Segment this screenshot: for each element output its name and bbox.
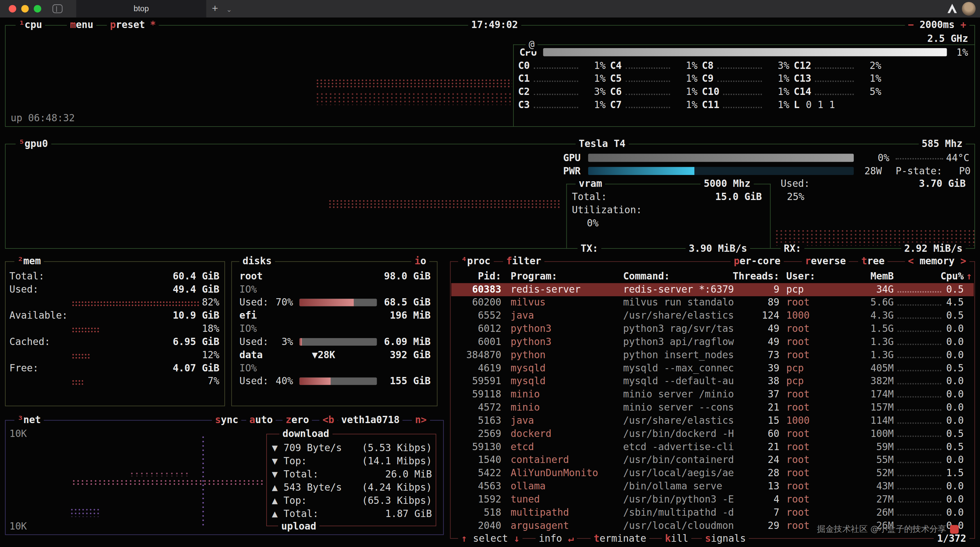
- process-row[interactable]: 6012python3python3 rag/svr/tas49root1.5G…: [451, 323, 974, 336]
- mem-box-title: ²mem: [14, 255, 44, 268]
- vram-used-value: 3.70 GiB: [919, 178, 966, 189]
- core-graph: [625, 82, 670, 95]
- mem-meter-row: 12%: [9, 349, 222, 362]
- vram-util-label: Utilization:: [572, 204, 641, 217]
- process-row[interactable]: 59591mysqldmysqld --default-au38pcp382M0…: [451, 375, 974, 388]
- close-button[interactable]: [9, 5, 16, 13]
- maximize-button[interactable]: [33, 5, 41, 13]
- cpu-usage-meter: [543, 48, 947, 56]
- cpu-core: C145%: [794, 86, 881, 99]
- net-zero-button[interactable]: zero: [282, 414, 312, 427]
- next-interface-button[interactable]: n>: [412, 414, 430, 427]
- gpu-power-value: 28W: [864, 165, 882, 178]
- process-row[interactable]: 4563ollama/bin/ollama serve13root43M0.0: [451, 480, 974, 493]
- process-list: 60383redis-serverredis-server *:63799pcp…: [451, 283, 974, 533]
- core-label: C6: [610, 86, 622, 99]
- upload-arrow-icon: ▲: [272, 482, 278, 493]
- core-label: C9: [702, 73, 713, 86]
- minimize-button[interactable]: [21, 5, 29, 13]
- prev-interface-button[interactable]: <b: [319, 414, 337, 427]
- core-label: C14: [794, 86, 811, 99]
- process-row[interactable]: 6001python3python3 api/ragflow49root1.3G…: [451, 336, 974, 349]
- process-row[interactable]: 6552java/usr/share/elastics12410004.3G0.…: [451, 309, 974, 323]
- process-row[interactable]: 5422AliYunDunMonito/usr/local/aegis/ae28…: [451, 467, 974, 480]
- signals-button[interactable]: signals: [702, 533, 749, 546]
- process-row[interactable]: 5163java/usr/share/elastics151000114M0.0: [451, 415, 974, 428]
- sort-selector[interactable]: < memory >: [905, 255, 969, 268]
- download-label: download: [280, 428, 332, 440]
- core-pct: 1%: [765, 99, 789, 112]
- menu-button[interactable]: menu: [67, 19, 97, 32]
- cpu-core: L0 1 1: [794, 99, 881, 112]
- download-arrow-icon: ▼: [272, 469, 278, 480]
- tab-btop[interactable]: btop: [76, 0, 206, 17]
- col-command[interactable]: Command:: [623, 270, 670, 283]
- core-graph: [815, 82, 854, 95]
- net-stats-panel: download upload ▼ 709 Byte/s(5.53 Kibps)…: [266, 434, 436, 526]
- percore-toggle[interactable]: per-core: [730, 255, 784, 268]
- process-row[interactable]: 518multipathd/sbin/multipathd -d7root26M…: [451, 506, 974, 519]
- process-row[interactable]: 384870pythonpython insert_nodes73root1.3…: [451, 349, 974, 362]
- gpu-tx-value: 3.90 MiB/s: [686, 243, 750, 256]
- process-row[interactable]: 1592tuned/usr/bin/python3 -E4root27M0.0: [451, 493, 974, 506]
- core-label: C4: [610, 59, 622, 73]
- process-row[interactable]: 59130etcdetcd -advertise-cli21root59M0.5: [451, 440, 974, 454]
- cpu-core: C111%: [702, 99, 789, 112]
- cpu-box: ¹cpu menu preset* 17:49:02 − 2000ms + @ …: [5, 25, 975, 127]
- process-row[interactable]: 59118miniominio server /minio37root174M0…: [451, 388, 974, 401]
- process-row[interactable]: 60200milvusmilvus run standalo89root5.6G…: [451, 296, 974, 309]
- preset-button[interactable]: preset*: [107, 19, 159, 32]
- tree-toggle[interactable]: tree: [858, 255, 888, 268]
- app-logo-icon: [947, 3, 958, 14]
- sidebar-toggle-icon[interactable]: [52, 4, 62, 13]
- io-mode-toggle[interactable]: io: [412, 255, 430, 268]
- interval-decrease-button[interactable]: −: [908, 19, 914, 31]
- core-graph: [533, 56, 578, 69]
- col-pid[interactable]: Pid:: [451, 270, 501, 283]
- filter-button[interactable]: filter: [503, 255, 544, 268]
- info-button[interactable]: info ↵: [536, 533, 577, 546]
- vram-total-value: 15.0 GiB: [715, 191, 762, 202]
- cpu-core: C31%: [518, 99, 606, 112]
- mem-entry: Total:60.4 GiB: [9, 270, 222, 283]
- core-label: C12: [794, 59, 811, 73]
- col-mem[interactable]: MemB: [831, 270, 894, 283]
- core-pct: 1%: [674, 86, 698, 99]
- core-graph: [718, 56, 762, 69]
- new-tab-button[interactable]: +: [212, 0, 218, 17]
- col-program[interactable]: Program:: [511, 270, 558, 283]
- disk-io-label: IO%: [239, 362, 257, 375]
- select-controls[interactable]: ↑ select ↓: [458, 533, 523, 546]
- avatar[interactable]: [962, 2, 976, 16]
- process-row[interactable]: 4619mysqldmysqld --max_connec39pcp405M0.…: [451, 362, 974, 375]
- core-graph: [625, 69, 670, 82]
- gpu-rx-value: 2.92 MiB/s: [901, 243, 966, 256]
- net-sync-button[interactable]: sync: [212, 414, 242, 427]
- gpu-power-label: PWR: [563, 166, 581, 177]
- gpu-frequency: 585 Mhz: [919, 137, 966, 151]
- vram-total-label: Total:: [572, 191, 607, 204]
- net-auto-button[interactable]: auto: [246, 414, 276, 427]
- col-cpu[interactable]: Cpu%: [939, 270, 964, 283]
- reverse-toggle[interactable]: reverse: [802, 255, 849, 268]
- disk-io-activity: ▼28K: [312, 349, 335, 362]
- core-graph: [723, 82, 762, 95]
- terminate-button[interactable]: terminate: [590, 533, 649, 546]
- process-row[interactable]: 60383redis-serverredis-server *:63799pcp…: [451, 283, 974, 296]
- col-user[interactable]: User:: [786, 270, 816, 283]
- uptime: up 06:48:32: [11, 112, 75, 125]
- vram-frequency: 5000 Mhz: [700, 178, 754, 191]
- kill-button[interactable]: kill: [662, 533, 692, 546]
- cpu-core: C71%: [610, 99, 698, 112]
- watermark-text: 掘金技术社区 @小盒子的技术分享: [817, 523, 946, 536]
- process-row[interactable]: 4572miniominio server --cons21root157M0.…: [451, 401, 974, 415]
- process-row[interactable]: 2569dockerd/usr/bin/dockerd -H60root100M…: [451, 428, 974, 440]
- core-graph: [533, 69, 578, 82]
- upload-label: upload: [278, 520, 319, 533]
- col-threads[interactable]: Threads:: [729, 270, 780, 283]
- tab-dropdown-icon[interactable]: ⌄: [226, 0, 232, 17]
- gpu-temperature: 44°C: [934, 152, 969, 165]
- net-graph-marker: [202, 436, 205, 527]
- interval-increase-button[interactable]: +: [961, 19, 966, 31]
- process-row[interactable]: 1540containerd/usr/bin/containerd24root5…: [451, 454, 974, 467]
